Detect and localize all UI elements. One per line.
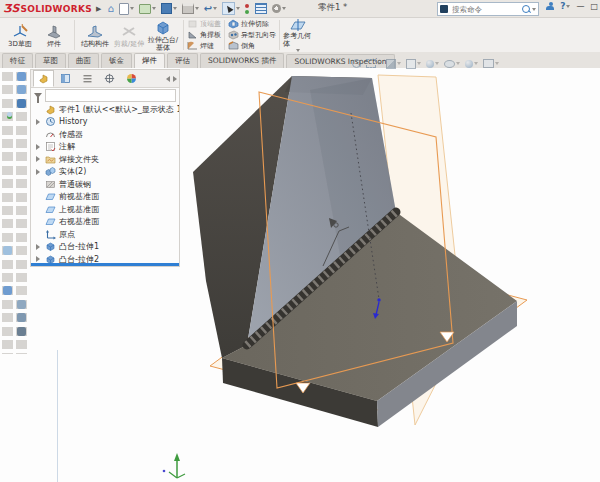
toolbar-icon[interactable] [17,72,26,81]
tab-evaluate[interactable]: 评估 [167,53,198,68]
tree-item-solid-bodies[interactable]: 实体(2) [31,166,179,179]
tree-item-top-plane[interactable]: 上视基准面 [31,203,179,216]
home-button[interactable]: ⌂ [107,4,113,14]
tab-sheet-metal[interactable]: 钣金 [101,53,132,68]
panel-tab-scroll[interactable] [166,76,177,82]
zoom-to-area-button[interactable] [366,59,381,68]
gusset-button[interactable]: 角撑板 [187,30,221,40]
expand-icon[interactable] [36,144,40,150]
section-view-icon [386,59,396,69]
tree-item-history[interactable]: History [31,116,179,129]
chevron-down-icon [474,62,478,65]
toolbar-icon[interactable] [17,313,26,322]
chamfer-button[interactable]: 倒角 [228,41,276,51]
featuremanager-tab-bar [31,70,179,88]
extruded-cut-button[interactable]: 拉伸切除 [228,19,276,29]
configurationmanager-icon [82,73,93,84]
left-toolbar-column-1[interactable] [2,72,13,354]
select-button[interactable] [222,2,240,15]
user-account-icon[interactable] [546,2,554,10]
ribbon-group-members: 结构构件 剪裁/延伸 拉伸凸台/基体 [75,18,183,52]
chevron-down-icon [435,62,439,65]
edit-appearance-button[interactable] [465,60,478,68]
toolbar-icon[interactable] [3,286,12,295]
weld-bead-icon [187,41,198,51]
undo-button[interactable]: ↩ [204,4,217,14]
toolbar-icon[interactable] [17,327,26,336]
tab-surfaces[interactable]: 曲面 [68,53,99,68]
chevron-down-icon [566,5,570,8]
tab-propertymanager[interactable] [55,70,76,87]
table-button[interactable] [255,3,267,14]
weldment-button[interactable]: 焊件 [37,22,71,49]
tree-item-boss-extrude1[interactable]: 凸台-拉伸1 [31,241,179,254]
end-cap-button[interactable]: 顶端盖 [187,19,221,29]
tab-solidworks-addins[interactable]: SOLIDWORKS 插件 [200,53,284,68]
tab-features[interactable]: 特征 [2,53,33,68]
settings-button[interactable] [272,4,286,13]
expand-icon[interactable] [36,244,40,250]
reference-geometry-icon [289,18,307,33]
tab-weldments[interactable]: 焊件 [134,53,165,69]
view-orientation-button[interactable] [406,59,421,69]
command-search[interactable] [437,2,539,16]
toolbar-icon[interactable] [3,246,12,255]
left-toolbar-column-2[interactable] [16,72,27,354]
expand-icon[interactable] [36,169,40,175]
tab-configurationmanager[interactable] [77,70,98,87]
solidworks-logo: ƷS SOLIDWORKS [3,2,92,15]
display-style-button[interactable] [426,60,439,68]
rollback-bar[interactable] [31,263,179,266]
toolbar-icon[interactable] [7,112,12,117]
tree-item-front-plane[interactable]: 前视基准面 [31,191,179,204]
sensors-icon [45,129,56,140]
tab-dimxpertmanager[interactable] [99,70,120,87]
save-button[interactable] [161,3,177,14]
document-title: 零件1 * [318,2,347,14]
extruded-cut-icon [228,19,239,29]
structural-member-button[interactable]: 结构构件 [78,22,112,49]
tab-displaymanager[interactable] [121,70,142,87]
tree-filter-input[interactable] [45,89,176,102]
search-icon[interactable] [522,5,530,13]
hole-wizard-button[interactable]: 异型孔向导 [228,30,276,40]
tree-item-weld-folder[interactable]: 焊接文件夹 [31,153,179,166]
ribbon-group-weld-features: 顶端盖 角撑板 焊缝 [184,18,224,52]
tree-item-annotations[interactable]: 注解 [31,141,179,154]
expand-icon[interactable] [36,156,40,162]
chevron-down-icon[interactable] [532,8,536,11]
tree-item-sensors[interactable]: 传感器 [31,128,179,141]
search-input[interactable] [450,4,520,15]
toolbar-icon[interactable] [17,99,26,108]
open-button[interactable] [139,4,156,14]
print-button[interactable] [182,3,199,14]
new-document-button[interactable] [119,3,134,15]
tree-root-part[interactable]: 零件1 (默认<<默认>_显示状态 1>) [31,103,179,116]
toolbar-icon[interactable] [17,85,26,94]
expand-icon[interactable] [36,256,40,262]
hide-show-items-button[interactable] [444,60,460,68]
filter-funnel-icon[interactable] [34,93,42,98]
options-button[interactable] [245,4,250,14]
help-menu[interactable]: ? [560,1,570,11]
extrude-boss-button[interactable]: 拉伸凸台/基体 [146,18,180,52]
view-settings-button[interactable] [483,59,499,68]
minimize-button[interactable]: — [576,2,584,11]
tree-item-origin[interactable]: 原点 [31,228,179,241]
reference-geometry-button[interactable]: 参考几何体 [283,18,313,52]
section-view-button[interactable] [386,59,401,69]
tree-item-right-plane[interactable]: 右视基准面 [31,216,179,229]
maximize-button[interactable]: □ [590,2,598,11]
toolbar-icon[interactable] [17,300,26,309]
trim-extend-button[interactable]: 剪裁/延伸 [112,22,146,49]
tab-sketch[interactable]: 草图 [35,53,66,68]
open-icon [139,4,151,14]
toolbar-flyout-icon[interactable]: ▶ [96,5,101,13]
3d-sketch-button[interactable]: 3D草图 [3,22,37,49]
zoom-to-fit-button[interactable] [352,59,361,68]
weld-bead-button[interactable]: 焊缝 [187,41,221,51]
expand-icon[interactable] [36,119,40,125]
tree-item-material[interactable]: 普通碳钢 [31,178,179,191]
tab-featuremanager-tree[interactable] [33,70,54,87]
select-cursor-icon [222,2,235,15]
